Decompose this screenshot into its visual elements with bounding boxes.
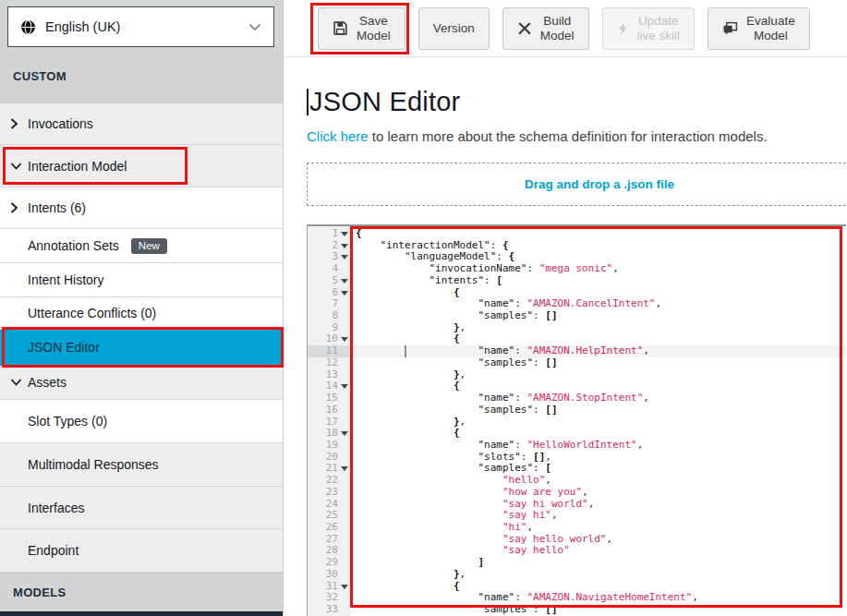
line-number[interactable]: 4 [308,263,350,275]
code-line[interactable]: 17}, [308,417,846,429]
code-line[interactable]: 11"name": "AMAZON.HelpIntent", [308,345,846,357]
line-number[interactable]: 12 [308,357,350,369]
sidebar-item-assets[interactable]: Assets [0,366,283,400]
code-text[interactable]: "samples": [] [350,405,846,417]
code-line[interactable]: 24"say hi world", [308,499,846,511]
line-number[interactable]: 11 [308,345,350,357]
sidebar-item-intents[interactable]: Intents (6) [0,187,283,229]
code-line[interactable]: 32"name": "AMAZON.NavigateHomeIntent", [308,592,846,604]
line-number[interactable]: 6 [308,287,350,299]
fold-caret-icon[interactable] [341,585,348,589]
build-model-button[interactable]: BuildModel [502,7,589,50]
json-dropzone[interactable]: Drag and drop a .json file [307,163,847,206]
sidebar-item-label: Multimodal Responses [28,457,159,472]
code-text[interactable]: }, [350,322,846,334]
save-model-button[interactable]: SaveModel [318,7,405,50]
line-number[interactable]: 26 [308,522,350,534]
code-text[interactable]: "name": "AMAZON.StopIntent", [350,393,846,405]
sidebar-item-utterance-conflicts[interactable]: Utterance Conflicts (0) [0,297,283,330]
line-number[interactable]: 30 [308,569,350,581]
sidebar: English (UK) CUSTOM InvocationsInteracti… [0,0,284,616]
update-live-skill-button[interactable]: Updatelive skill [602,7,696,50]
code-text[interactable]: "say hi world", [350,499,846,511]
code-line[interactable]: 21"samples": [ [308,463,846,475]
code-text[interactable]: "name": "AMAZON.CancelIntent", [350,298,846,310]
code-line[interactable]: 19"name": "HelloWorldIntent", [308,440,846,452]
code-line[interactable]: 33"samples": [] [308,604,846,616]
sidebar-item-multimodal-responses[interactable]: Multimodal Responses [0,443,283,487]
code-text[interactable]: "intents": [ [350,275,846,287]
fold-caret-icon[interactable] [341,337,348,342]
fold-caret-icon[interactable] [341,255,348,260]
fold-caret-icon[interactable] [341,466,348,471]
code-line[interactable]: 20"slots": [], [308,452,846,464]
code-text[interactable]: "name": "AMAZON.HelpIntent", [350,345,846,357]
fold-caret-icon[interactable] [341,279,348,284]
fold-caret-icon[interactable] [341,431,348,436]
line-number[interactable]: 19 [308,440,350,452]
line-number[interactable]: 5 [308,275,350,287]
sidebar-item-interfaces[interactable]: Interfaces [0,487,283,529]
code-line[interactable]: 2"interactionModel": { [308,240,846,252]
code-line[interactable]: 29] [308,557,846,569]
evaluate-model-button[interactable]: EvaluateModel [708,7,810,50]
version-button[interactable]: Version [418,7,490,50]
code-line[interactable]: 16"samples": [] [308,405,846,417]
line-number[interactable]: 3 [308,251,350,263]
json-code-editor[interactable]: 1{2"interactionModel": {3"languageModel"… [307,224,846,616]
code-line[interactable]: 8"samples": [] [308,310,846,322]
code-text[interactable]: "samples": [] [350,310,846,322]
code-text[interactable]: "samples": [ [350,463,846,475]
sidebar-item-annotation-sets[interactable]: Annotation SetsNew [0,229,283,263]
code-line[interactable]: 12"samples": [] [308,357,846,369]
code-text[interactable]: "say hello world", [350,534,846,546]
code-text[interactable]: "samples": [] [350,604,846,616]
sidebar-item-endpoint[interactable]: Endpoint [0,529,283,573]
sidebar-item-json-editor[interactable]: JSON Editor [0,330,283,366]
code-text[interactable]: "slots": [], [350,452,846,464]
line-number[interactable]: 8 [308,310,350,322]
line-number[interactable]: 7 [308,298,350,310]
sidebar-item-slot-types[interactable]: Slot Types (0) [0,400,283,443]
code-line[interactable]: 5"intents": [ [308,275,846,287]
sidebar-item-invocations[interactable]: Invocations [0,103,283,145]
code-line[interactable]: 9}, [308,322,846,334]
fold-caret-icon[interactable] [341,232,348,236]
code-text[interactable]: "invocationName": "mega sonic", [350,263,846,275]
sidebar-item-interaction-model[interactable]: Interaction Model [0,145,283,187]
code-text[interactable]: "name": "AMAZON.NavigateHomeIntent", [350,592,846,604]
line-number[interactable]: 33 [308,604,350,616]
code-text[interactable]: ] [350,557,846,569]
click-here-link[interactable]: Click here [307,128,369,144]
line-number[interactable]: 15 [308,393,350,405]
line-number[interactable]: 16 [308,405,350,417]
code-text[interactable]: "say hello" [350,545,846,557]
sidebar-item-intent-history[interactable]: Intent History [0,263,283,297]
language-selector[interactable]: English (UK) [7,6,274,47]
fold-caret-icon[interactable] [341,384,348,389]
code-line[interactable]: 30}, [308,569,846,581]
code-line[interactable]: 4"invocationName": "mega sonic", [308,263,846,275]
code-text[interactable]: }, [350,569,846,581]
code-line[interactable]: 27"say hello world", [308,534,846,546]
code-text[interactable]: }, [350,417,846,429]
code-line[interactable]: 7"name": "AMAZON.CancelIntent", [308,298,846,310]
chevron-down-icon [10,379,22,387]
code-text[interactable]: "hello", [350,475,846,487]
code-text[interactable]: "how are you", [350,487,846,499]
line-number[interactable]: 2 [308,240,350,252]
fold-caret-icon[interactable] [341,244,348,248]
line-number[interactable]: 1 [308,228,350,240]
fold-caret-icon[interactable] [341,291,348,296]
code-text[interactable]: "samples": [] [350,357,846,369]
code-line[interactable]: 13}, [308,369,846,381]
code-line[interactable]: 15"name": "AMAZON.StopIntent", [308,393,846,405]
code-text[interactable]: }, [350,369,846,381]
code-line[interactable]: 25"say hi", [308,510,846,522]
line-number[interactable]: 23 [308,487,350,499]
line-number[interactable]: 22 [308,475,350,487]
line-number[interactable]: 29 [308,557,350,569]
code-text[interactable]: "name": "HelloWorldIntent", [350,440,846,452]
code-text[interactable]: "say hi", [350,510,846,522]
code-line[interactable]: 28"say hello" [308,545,846,557]
